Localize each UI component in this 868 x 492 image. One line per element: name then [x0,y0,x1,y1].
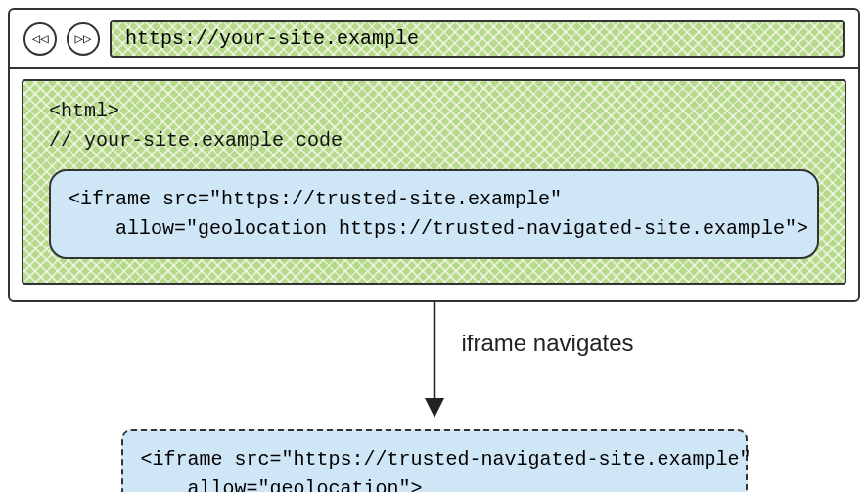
browser-window: ◁◁ ▷▷ https://your-site.example <html> /… [8,8,860,302]
iframe-original: <iframe src="https://trusted-site.exampl… [49,169,819,259]
address-bar[interactable]: https://your-site.example [110,20,845,58]
forward-icon: ▷▷ [75,30,92,47]
browser-viewport: <html> // your-site.example code <iframe… [10,69,858,300]
page-code: <html> // your-site.example code [49,97,825,156]
page-first-party: <html> // your-site.example code <iframe… [22,79,846,285]
svg-marker-1 [425,398,444,418]
forward-button[interactable]: ▷▷ [67,22,100,56]
back-button[interactable]: ◁◁ [23,22,57,56]
arrow-label: iframe navigates [462,330,634,357]
back-icon: ◁◁ [32,30,49,47]
arrow-down-icon [415,302,454,420]
browser-titlebar: ◁◁ ▷▷ https://your-site.example [10,10,858,69]
navigation-arrow: iframe navigates [8,302,860,429]
iframe-navigated: <iframe src="https://trusted-navigated-s… [121,429,748,492]
